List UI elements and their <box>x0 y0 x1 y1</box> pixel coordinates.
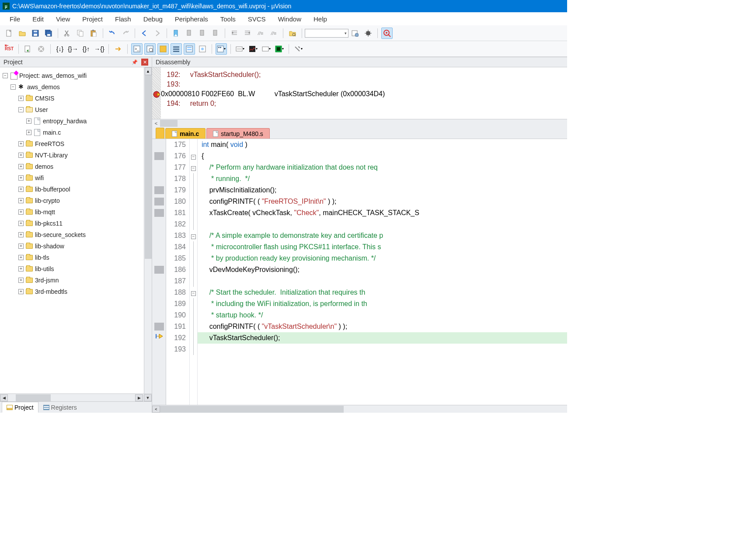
reset-icon[interactable]: RST⇤ <box>3 43 15 55</box>
step-out-icon[interactable]: {}↑ <box>80 43 92 55</box>
system-viewer-icon[interactable]: ▾ <box>274 43 285 55</box>
tree-group-lib-secure_sockets[interactable]: lib-secure_sockets <box>3 229 152 240</box>
debug-session-icon[interactable] <box>381 28 393 39</box>
show-next-statement-icon[interactable] <box>112 43 124 55</box>
trace-window-icon[interactable]: ▾ <box>261 43 272 55</box>
expand-icon[interactable] <box>26 130 31 135</box>
disassembly-hscroll[interactable]: < <box>152 119 567 127</box>
comment-icon[interactable]: //≡ <box>255 28 266 39</box>
expand-icon[interactable] <box>18 141 24 146</box>
editor-hscroll[interactable]: < <box>152 405 567 413</box>
expand-icon[interactable] <box>18 289 24 294</box>
bookmark-next-icon[interactable] <box>197 28 208 39</box>
sidebar-vscroll[interactable]: ▲ <box>144 67 152 393</box>
save-all-icon[interactable] <box>43 28 54 39</box>
watch-window-icon[interactable] <box>197 43 208 55</box>
expand-icon[interactable] <box>18 164 24 169</box>
copy-icon[interactable] <box>75 28 86 39</box>
step-into-icon[interactable]: {↓} <box>54 43 66 55</box>
analysis-window-icon[interactable]: ▾ <box>247 43 259 55</box>
save-icon[interactable] <box>30 28 41 39</box>
sidebar-hscroll[interactable]: ◀▶▼ <box>0 393 152 401</box>
expand-icon[interactable] <box>18 187 24 192</box>
memory-window-icon[interactable]: ▾ <box>216 43 227 55</box>
tree-group-3rd-jsmn[interactable]: 3rd-jsmn <box>3 275 152 286</box>
expand-icon[interactable] <box>18 198 24 203</box>
config-wizard-icon[interactable] <box>349 28 361 39</box>
find-in-files-icon[interactable] <box>287 28 298 39</box>
command-window-icon[interactable]: >_ <box>131 43 143 55</box>
expand-icon[interactable] <box>18 96 24 101</box>
tree-group-lib-shadow[interactable]: lib-shadow <box>3 240 152 252</box>
menu-flash[interactable]: Flash <box>109 14 137 24</box>
expand-icon[interactable] <box>18 278 24 283</box>
bookmark-toggle-icon[interactable] <box>171 28 182 39</box>
tree-group-lib-utils[interactable]: lib-utils <box>3 263 152 275</box>
expand-icon[interactable] <box>18 266 24 272</box>
find-combo[interactable]: ▾ <box>305 29 348 38</box>
tree-group-lib-bufferpool[interactable]: lib-bufferpool <box>3 184 152 195</box>
serial-window-icon[interactable]: ▾ <box>234 43 246 55</box>
editor-tab-startup_M480.s[interactable]: startup_M480.s <box>206 128 270 139</box>
project-tree[interactable]: Project: aws_demos_wifiaws_demosCMSISUse… <box>0 67 152 300</box>
menu-debug[interactable]: Debug <box>137 14 169 24</box>
close-icon[interactable]: ✕ <box>141 59 148 66</box>
tree-group-FreeRTOS[interactable]: FreeRTOS <box>3 138 152 150</box>
outdent-icon[interactable] <box>242 28 253 39</box>
cut-icon[interactable] <box>62 28 73 39</box>
expand-icon[interactable] <box>18 153 24 158</box>
menu-tools[interactable]: Tools <box>214 14 242 24</box>
editor-tab-main.c[interactable]: main.c <box>165 128 206 139</box>
symbols-window-icon[interactable] <box>157 43 169 55</box>
uncomment-icon[interactable]: //≡ <box>268 28 279 39</box>
indent-icon[interactable] <box>229 28 240 39</box>
expand-icon[interactable] <box>18 255 24 260</box>
menu-help[interactable]: Help <box>307 14 333 24</box>
tree-group-lib-mqtt[interactable]: lib-mqtt <box>3 206 152 218</box>
menu-view[interactable]: View <box>50 14 76 24</box>
menu-project[interactable]: Project <box>76 14 109 24</box>
expand-icon[interactable] <box>3 73 8 78</box>
expand-icon[interactable] <box>18 221 24 226</box>
menu-peripherals[interactable]: Peripherals <box>169 14 214 24</box>
menu-edit[interactable]: Edit <box>26 14 50 24</box>
bookmark-clear-icon[interactable] <box>210 28 221 39</box>
call-stack-window-icon[interactable] <box>184 43 195 55</box>
code-editor[interactable]: 1751761771781791801811821831841851861871… <box>152 139 567 405</box>
menu-file[interactable]: File <box>3 14 26 24</box>
tree-file-entropy_hardwa[interactable]: entropy_hardwa <box>3 115 152 127</box>
new-file-icon[interactable] <box>3 28 15 39</box>
paste-icon[interactable] <box>88 28 99 39</box>
tree-group-wifi[interactable]: wifi <box>3 172 152 184</box>
tree-group-User[interactable]: User <box>3 104 152 115</box>
step-over-icon[interactable]: {}→ <box>67 43 79 55</box>
expand-icon[interactable] <box>18 175 24 181</box>
tree-group-demos[interactable]: demos <box>3 161 152 172</box>
toolbox-icon[interactable]: ▾ <box>293 43 304 55</box>
run-icon[interactable] <box>22 43 34 55</box>
disassembly-view[interactable]: 192: vTaskStartScheduler(); 193: 0x00000… <box>152 67 567 119</box>
debug-settings-icon[interactable] <box>362 28 374 39</box>
tree-group-CMSIS[interactable]: CMSIS <box>3 93 152 104</box>
expand-icon[interactable] <box>18 209 24 215</box>
tree-group-lib-pkcs11[interactable]: lib-pkcs11 <box>3 218 152 229</box>
registers-window-icon[interactable] <box>171 43 182 55</box>
disassembly-window-icon[interactable] <box>144 43 156 55</box>
expand-icon[interactable] <box>18 232 24 237</box>
redo-icon[interactable] <box>120 28 131 39</box>
tree-group-lib-tls[interactable]: lib-tls <box>3 252 152 263</box>
tree-group-lib-crypto[interactable]: lib-crypto <box>3 195 152 206</box>
run-to-cursor-icon[interactable]: →{} <box>94 43 105 55</box>
pin-icon[interactable]: 📌 <box>130 59 139 65</box>
expand-icon[interactable] <box>10 84 16 90</box>
nav-back-icon[interactable] <box>139 28 150 39</box>
menu-svcs[interactable]: SVCS <box>242 14 272 24</box>
stop-icon[interactable] <box>35 43 47 55</box>
expand-icon[interactable] <box>18 244 24 249</box>
nav-forward-icon[interactable] <box>152 28 163 39</box>
tree-file-main.c[interactable]: main.c <box>3 127 152 138</box>
tab-project[interactable]: Project <box>2 402 38 413</box>
open-file-icon[interactable] <box>17 28 28 39</box>
expand-icon[interactable] <box>26 118 31 124</box>
menu-window[interactable]: Window <box>272 14 307 24</box>
